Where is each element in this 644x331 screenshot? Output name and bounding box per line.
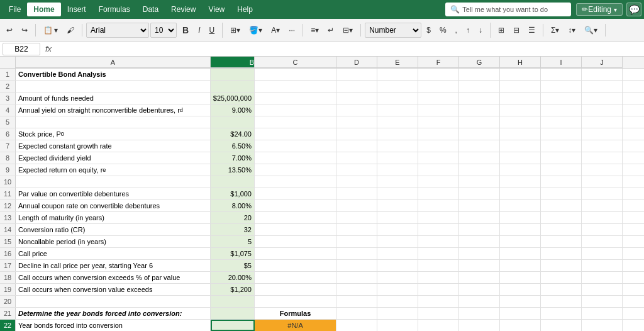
cell-h9[interactable] [500,164,541,176]
cell-a4[interactable]: Annual yield on straight nonconvertible … [16,104,211,116]
cell-e10[interactable] [377,176,418,188]
cell-i8[interactable] [541,152,582,164]
cell-b14[interactable]: 32 [211,224,255,235]
cell-a12[interactable]: Annual coupon rate on convertible debent… [16,200,211,211]
col-header-a[interactable]: A [16,57,211,68]
menu-help[interactable]: Help [231,3,259,16]
paste-button[interactable]: 📋▾ [40,24,62,36]
menu-insert[interactable]: Insert [61,3,92,16]
borders-button[interactable]: ⊞▾ [226,24,244,36]
cell-b12[interactable]: 8.00% [211,200,255,211]
cell-f2[interactable] [418,81,459,92]
col-header-c[interactable]: C [255,57,336,68]
cell-e15[interactable] [377,236,418,247]
cell-j18[interactable] [582,272,623,283]
cell-f3[interactable] [418,93,459,104]
col-header-e[interactable]: E [377,57,418,68]
cell-j20[interactable] [582,296,623,307]
cell-h13[interactable] [500,212,541,223]
cell-g14[interactable] [459,224,500,235]
font-size-select[interactable]: 10 [150,23,177,38]
cell-b5[interactable] [211,116,255,128]
font-select[interactable]: Arial [86,23,149,38]
cell-e5[interactable] [377,116,418,128]
cell-b16[interactable]: $1,075 [211,248,255,259]
cell-d14[interactable] [336,224,377,235]
cell-i5[interactable] [541,116,582,128]
cell-h3[interactable] [500,93,541,104]
cell-c17[interactable] [255,260,336,271]
cell-i22[interactable] [541,320,582,331]
cell-j13[interactable] [582,212,623,223]
col-header-f[interactable]: F [418,57,459,68]
cell-h12[interactable] [500,200,541,211]
cell-h11[interactable] [500,188,541,199]
cell-a13[interactable]: Length of maturity (in years) [16,212,211,223]
cell-a10[interactable] [16,176,211,188]
cell-h16[interactable] [500,248,541,259]
cell-c8[interactable] [255,152,336,164]
cell-i4[interactable] [541,104,582,116]
cell-g10[interactable] [459,176,500,188]
cell-g3[interactable] [459,93,500,104]
cell-h6[interactable] [500,128,541,140]
cell-b21[interactable] [211,308,255,319]
cell-j22[interactable] [582,320,623,331]
accounting-button[interactable]: $ [423,24,435,36]
cell-h1[interactable] [500,69,541,80]
cell-a1[interactable]: Convertible Bond Analysis [16,69,211,80]
cell-b10[interactable] [211,176,255,188]
cell-c20[interactable] [255,296,336,307]
cell-j10[interactable] [582,176,623,188]
cell-b4[interactable]: 9.00% [211,104,255,116]
cell-e1[interactable] [377,69,418,80]
format-painter-button[interactable]: 🖌 [63,24,78,36]
cell-f16[interactable] [418,248,459,259]
cell-h4[interactable] [500,104,541,116]
cell-g4[interactable] [459,104,500,116]
cell-b20[interactable] [211,296,255,307]
cell-d13[interactable] [336,212,377,223]
cell-c18[interactable] [255,272,336,283]
redo-button[interactable]: ↪ [18,24,31,36]
cell-h10[interactable] [500,176,541,188]
menu-view[interactable]: View [202,3,231,16]
cell-e3[interactable] [377,93,418,104]
font-color-button[interactable]: A▾ [267,24,284,36]
col-header-j[interactable]: J [582,57,623,68]
cell-d9[interactable] [336,164,377,176]
cell-g7[interactable] [459,140,500,152]
cell-j12[interactable] [582,200,623,211]
cell-g1[interactable] [459,69,500,80]
cell-e20[interactable] [377,296,418,307]
cell-g21[interactable] [459,308,500,319]
cell-j19[interactable] [582,284,623,295]
cell-j2[interactable] [582,81,623,92]
cell-c19[interactable] [255,284,336,295]
cell-a2[interactable] [16,81,211,92]
cell-g6[interactable] [459,128,500,140]
cell-h21[interactable] [500,308,541,319]
menu-formulas[interactable]: Formulas [92,3,136,16]
cell-c4[interactable] [255,104,336,116]
underline-button[interactable]: U [205,24,218,36]
cell-b19[interactable]: $1,200 [211,284,255,295]
cell-d20[interactable] [336,296,377,307]
cell-d19[interactable] [336,284,377,295]
cell-a20[interactable] [16,296,211,307]
cell-a9[interactable]: Expected return on equity, re [16,164,211,176]
cell-b22[interactable] [211,320,255,331]
cell-i9[interactable] [541,164,582,176]
cell-b6[interactable]: $24.00 [211,128,255,140]
cell-c22[interactable]: #N/A [255,320,336,331]
cell-d17[interactable] [336,260,377,271]
cell-g11[interactable] [459,188,500,199]
cell-d21[interactable] [336,308,377,319]
cell-f10[interactable] [418,176,459,188]
cell-c14[interactable] [255,224,336,235]
cell-d7[interactable] [336,140,377,152]
cell-j14[interactable] [582,224,623,235]
cell-i7[interactable] [541,140,582,152]
find-button[interactable]: 🔍▾ [580,24,601,36]
cell-h19[interactable] [500,284,541,295]
